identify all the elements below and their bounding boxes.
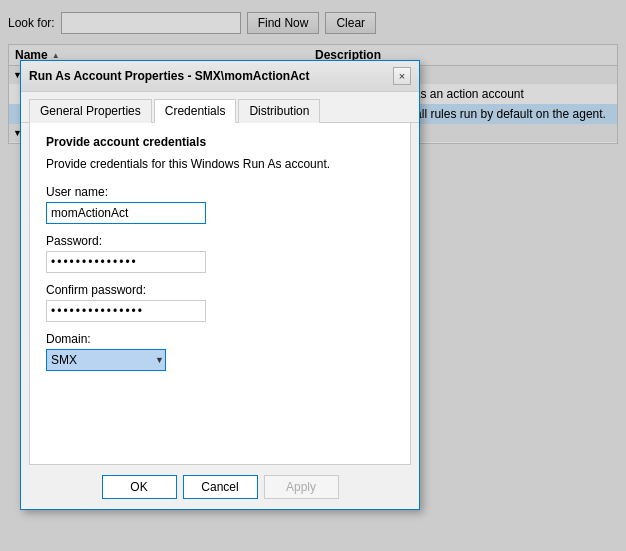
dialog-tabs: General Properties Credentials Distribut… (21, 92, 419, 123)
username-group: User name: (46, 185, 394, 224)
background-panel: Look for: Find Now Clear Name ▲ Descript… (0, 0, 626, 551)
domain-select[interactable]: SMX WORKGROUP LOCAL (46, 349, 166, 371)
confirm-password-group: Confirm password: (46, 283, 394, 322)
dialog-close-button[interactable]: × (393, 67, 411, 85)
username-label: User name: (46, 185, 394, 199)
dialog-titlebar: Run As Account Properties - SMX\momActio… (21, 61, 419, 92)
tab-distribution[interactable]: Distribution (238, 99, 320, 123)
domain-group: Domain: SMX WORKGROUP LOCAL ▼ (46, 332, 394, 371)
password-input[interactable] (46, 251, 206, 273)
modal-overlay: Run As Account Properties - SMX\momActio… (0, 0, 626, 551)
section-desc: Provide credentials for this Windows Run… (46, 157, 394, 171)
domain-label: Domain: (46, 332, 394, 346)
confirm-password-label: Confirm password: (46, 283, 394, 297)
password-group: Password: (46, 234, 394, 273)
apply-button[interactable]: Apply (264, 475, 339, 499)
confirm-password-input[interactable] (46, 300, 206, 322)
password-label: Password: (46, 234, 394, 248)
dialog-footer: OK Cancel Apply (21, 465, 419, 509)
ok-button[interactable]: OK (102, 475, 177, 499)
domain-select-wrapper: SMX WORKGROUP LOCAL ▼ (46, 349, 166, 371)
dialog-content: Provide account credentials Provide cred… (29, 123, 411, 465)
section-title: Provide account credentials (46, 135, 394, 149)
tab-general-properties[interactable]: General Properties (29, 99, 152, 123)
dialog-title: Run As Account Properties - SMX\momActio… (29, 69, 309, 83)
cancel-button[interactable]: Cancel (183, 475, 258, 499)
tab-credentials[interactable]: Credentials (154, 99, 237, 123)
dialog: Run As Account Properties - SMX\momActio… (20, 60, 420, 510)
username-input[interactable] (46, 202, 206, 224)
